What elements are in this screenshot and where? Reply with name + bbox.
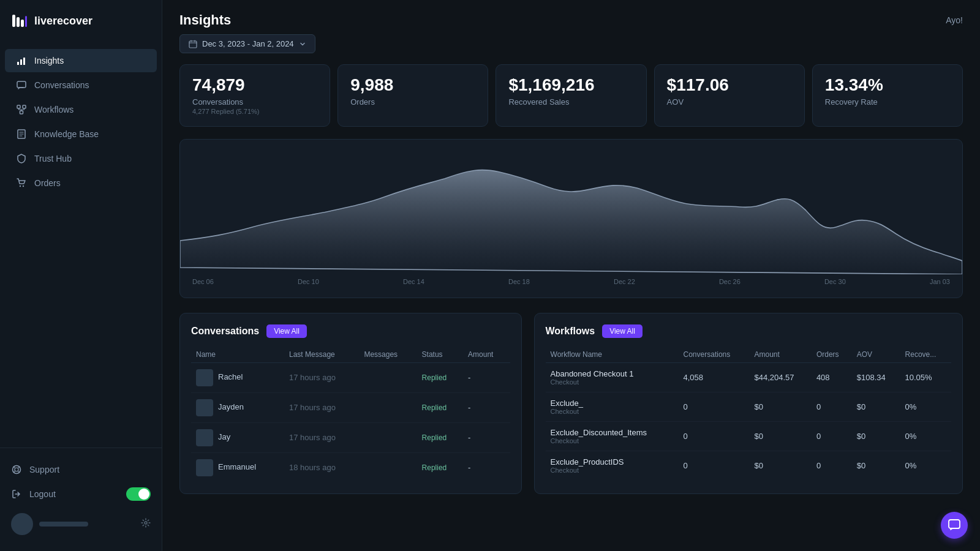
svg-rect-9 xyxy=(23,105,26,108)
wf-conversations: 0 xyxy=(679,421,750,451)
conv-name: Jayden xyxy=(191,392,284,422)
chart-container: Dec 06 Dec 10 Dec 14 Dec 18 Dec 22 Dec 2… xyxy=(179,139,963,298)
bottom-section: Conversations View All Name Last Message… xyxy=(179,313,963,494)
x-label: Dec 30 xyxy=(824,278,846,285)
sidebar-bottom: Support Logout xyxy=(0,448,162,551)
metric-aov: $117.06 AOV xyxy=(654,64,805,127)
conversations-view-all-button[interactable]: View All xyxy=(266,324,307,338)
svg-rect-4 xyxy=(17,62,19,65)
wf-aov: $0 xyxy=(852,421,900,451)
conv-messages xyxy=(359,362,417,392)
svg-rect-3 xyxy=(25,16,27,27)
col-workflow-name: Workflow Name xyxy=(546,347,679,363)
sidebar-item-trust-hub[interactable]: Trust Hub xyxy=(5,147,157,170)
col-name: Name xyxy=(191,347,284,363)
sidebar-item-insights[interactable]: Insights xyxy=(5,49,157,72)
metric-orders: 9,988 Orders xyxy=(337,64,488,127)
table-row[interactable]: Jay 17 hours ago Replied - xyxy=(191,422,510,452)
x-label: Dec 10 xyxy=(298,278,319,285)
col-amount: Amount xyxy=(749,347,811,363)
col-last-message: Last Message xyxy=(284,347,359,363)
sidebar-item-orders[interactable]: Orders xyxy=(5,171,157,195)
col-messages: Messages xyxy=(359,347,417,363)
logout-icon xyxy=(11,489,22,500)
logo: liverecover xyxy=(0,0,162,42)
wf-amount: $0 xyxy=(749,392,811,421)
table-row[interactable]: Exclude_ Checkout 0 $0 0 $0 0% xyxy=(546,392,951,421)
table-row[interactable]: Jayden 17 hours ago Replied - xyxy=(191,392,510,422)
table-row[interactable]: Abandoned Checkout 1 Checkout 4,058 $44,… xyxy=(546,362,951,392)
metric-label: Recovery Rate xyxy=(825,97,950,107)
svg-rect-1 xyxy=(17,17,20,27)
wf-aov: $108.34 xyxy=(852,362,900,392)
user-info xyxy=(39,522,135,527)
cart-icon xyxy=(16,178,27,189)
user-name xyxy=(39,522,88,527)
svg-rect-17 xyxy=(189,41,197,48)
workflows-view-all-button[interactable]: View All xyxy=(602,324,643,338)
shield-icon xyxy=(16,153,27,164)
conv-name: Jay xyxy=(191,422,284,452)
svg-point-15 xyxy=(15,468,18,471)
logout-item[interactable]: Logout xyxy=(5,481,157,507)
svg-rect-8 xyxy=(17,105,20,108)
table-row[interactable]: Rachel 17 hours ago Replied - xyxy=(191,362,510,392)
wf-name: Exclude_Discounted_Items Checkout xyxy=(546,421,679,451)
metric-recovery-rate: 13.34% Recovery Rate xyxy=(812,64,963,127)
wf-name: Exclude_ Checkout xyxy=(546,392,679,421)
sidebar-item-workflows[interactable]: Workflows xyxy=(5,98,157,121)
user-row xyxy=(5,507,157,541)
svg-rect-0 xyxy=(12,15,15,27)
conversations-panel: Conversations View All Name Last Message… xyxy=(179,313,522,494)
sidebar-item-label: Orders xyxy=(34,178,61,188)
user-greeting: Ayo! xyxy=(946,15,963,25)
table-row[interactable]: Emmanuel 18 hours ago Replied - xyxy=(191,452,510,482)
svg-point-12 xyxy=(20,186,21,187)
metric-value: $117.06 xyxy=(667,76,792,95)
col-amount: Amount xyxy=(463,347,510,363)
logout-label: Logout xyxy=(29,489,56,499)
support-label: Support xyxy=(29,465,59,474)
conv-name: Rachel xyxy=(191,362,284,392)
col-aov: AOV xyxy=(852,347,900,363)
wf-recovery: 10.05% xyxy=(900,362,951,392)
book-icon xyxy=(16,129,27,140)
conv-last-message: 17 hours ago xyxy=(284,392,359,422)
wf-conversations: 4,058 xyxy=(679,362,750,392)
conv-status: Replied xyxy=(417,392,464,422)
sidebar-item-label: Knowledge Base xyxy=(34,129,99,139)
chevron-down-icon xyxy=(299,40,306,48)
main-body: Dec 3, 2023 - Jan 2, 2024 74,879 Convers… xyxy=(162,34,980,551)
wf-name: Abandoned Checkout 1 Checkout xyxy=(546,362,679,392)
metric-value: $1,169,216 xyxy=(508,76,633,95)
conv-messages xyxy=(359,392,417,422)
svg-rect-2 xyxy=(21,20,24,27)
sidebar-item-knowledge-base[interactable]: Knowledge Base xyxy=(5,122,157,146)
wf-amount: $44,204.57 xyxy=(749,362,811,392)
wf-amount: $0 xyxy=(749,451,811,480)
logout-toggle[interactable] xyxy=(126,487,151,501)
conv-status: Replied xyxy=(417,452,464,482)
svg-point-16 xyxy=(145,522,147,524)
sidebar: liverecover Insights Conversations xyxy=(0,0,162,551)
date-range-picker[interactable]: Dec 3, 2023 - Jan 2, 2024 xyxy=(179,34,315,53)
metric-label: Orders xyxy=(350,97,475,107)
wf-recovery: 0% xyxy=(900,392,951,421)
sidebar-item-conversations[interactable]: Conversations xyxy=(5,73,157,97)
conversations-panel-header: Conversations View All xyxy=(191,324,510,338)
support-item[interactable]: Support xyxy=(5,458,157,481)
x-label: Dec 22 xyxy=(614,278,635,285)
conv-messages xyxy=(359,452,417,482)
chat-fab[interactable] xyxy=(941,512,968,539)
conv-last-message: 18 hours ago xyxy=(284,452,359,482)
conversations-panel-title: Conversations xyxy=(191,326,259,337)
sidebar-nav: Insights Conversations Workflows xyxy=(0,42,162,448)
logo-icon xyxy=(11,12,28,29)
conv-amount: - xyxy=(463,392,510,422)
table-row[interactable]: Exclude_ProductIDS Checkout 0 $0 0 $0 0% xyxy=(546,451,951,480)
conv-amount: - xyxy=(463,422,510,452)
table-row[interactable]: Exclude_Discounted_Items Checkout 0 $0 0… xyxy=(546,421,951,451)
settings-icon[interactable] xyxy=(141,518,151,530)
logo-text: liverecover xyxy=(34,15,92,28)
x-label: Dec 18 xyxy=(508,278,530,285)
